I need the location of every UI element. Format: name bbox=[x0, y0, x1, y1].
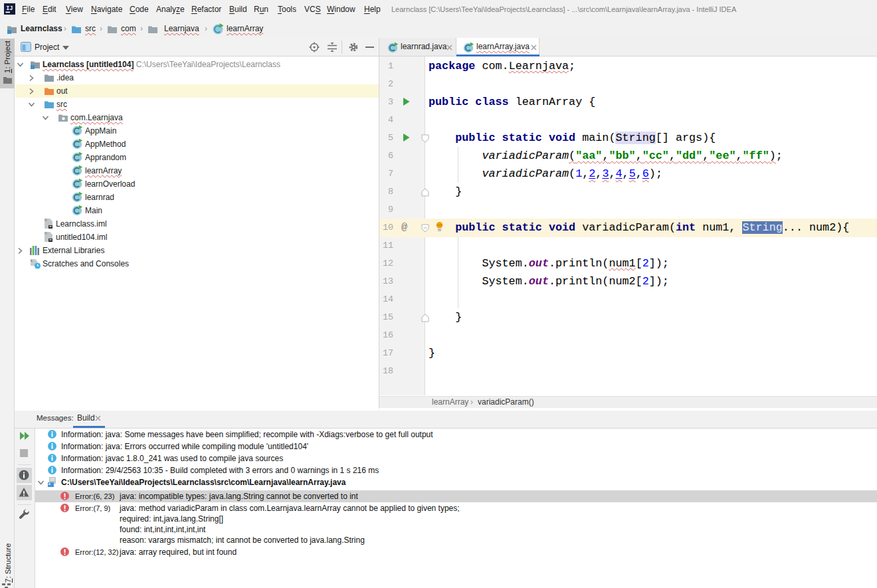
svg-text:IJ: IJ bbox=[6, 5, 13, 12]
